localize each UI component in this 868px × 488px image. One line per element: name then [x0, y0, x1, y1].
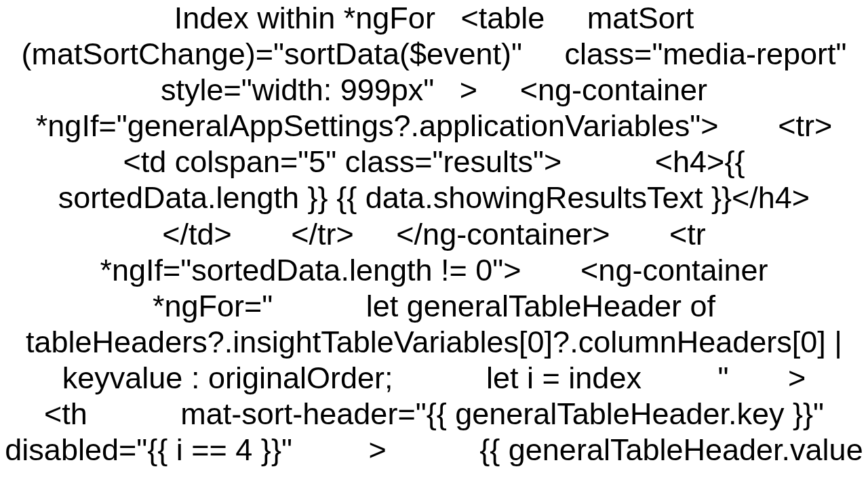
code-snippet-text: Index within *ngFor <table matSort (matS…	[0, 0, 868, 468]
